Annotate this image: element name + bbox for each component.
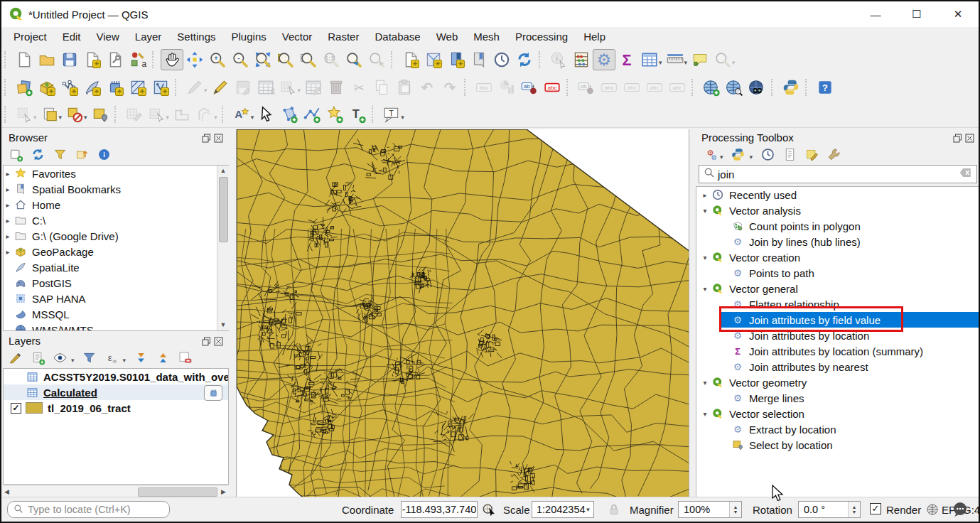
attribute-table-dropdown-icon[interactable]: ▾: [659, 59, 662, 66]
menu-help[interactable]: Help: [576, 28, 613, 45]
processing-toolbox-button[interactable]: ⚙: [593, 49, 615, 70]
algorithm-flatten-relationship[interactable]: ⚙Flatten relationship: [696, 296, 979, 312]
browser-vertical-scrollbar[interactable]: ▲ ▼: [217, 166, 229, 330]
expand-all-button[interactable]: [132, 349, 149, 366]
field-calculator-button[interactable]: [570, 49, 593, 70]
annotation-layer-dropdown-icon[interactable]: ▾: [251, 114, 254, 121]
browser-item-mssql[interactable]: MSSQL: [4, 306, 228, 322]
toolbar-grip[interactable]: [391, 51, 396, 68]
close-button[interactable]: ✕: [937, 1, 979, 27]
browser-item-geopackage[interactable]: ▸GeoPackage: [4, 244, 228, 259]
maximize-button[interactable]: ☐: [896, 1, 937, 27]
refresh-button[interactable]: [513, 49, 536, 70]
scale-dropdown-icon[interactable]: ▼: [586, 507, 591, 513]
zoom-full-extent-button[interactable]: [252, 49, 274, 70]
edit-features-in-place-button[interactable]: [803, 146, 820, 163]
browser-float-icon[interactable]: [202, 133, 211, 142]
new-temporary-scratch-layer-button[interactable]: ✳: [149, 77, 172, 98]
algorithm-join-attributes-by-location[interactable]: ⚙Join attributes by location: [696, 328, 979, 343]
expand-arrow-icon[interactable]: ▸: [4, 170, 12, 178]
toolbar-grip[interactable]: [566, 79, 571, 96]
menu-edit[interactable]: Edit: [55, 28, 89, 45]
toolbar-grip[interactable]: [539, 51, 544, 68]
expand-arrow-icon[interactable]: ▸: [4, 201, 12, 209]
rotation-spin-arrows[interactable]: ▲▼: [848, 502, 860, 517]
open-project-button[interactable]: [36, 49, 58, 70]
new-mesh-layer-button[interactable]: ✳: [126, 77, 149, 98]
new-spatial-bookmark-button[interactable]: ✳: [445, 49, 468, 70]
menu-plugins[interactable]: Plugins: [224, 28, 274, 45]
expand-arrow-icon[interactable]: ▸: [4, 248, 12, 256]
algorithm-vector-creation[interactable]: ▾Vector creation: [696, 249, 979, 265]
offset-curve-dropdown-icon[interactable]: ▾: [214, 114, 217, 121]
zoom-out-button[interactable]: -: [229, 49, 252, 70]
results-viewer-button[interactable]: [781, 146, 798, 163]
algorithm-recently-used[interactable]: ▸Recently used: [696, 187, 979, 203]
toolbar-grip[interactable]: [771, 79, 776, 96]
toolbar-grip[interactable]: [4, 79, 9, 96]
menu-vector[interactable]: Vector: [274, 28, 321, 45]
menu-raster[interactable]: Raster: [320, 28, 367, 45]
pan-map-button[interactable]: [161, 49, 183, 70]
menu-web[interactable]: Web: [429, 28, 466, 45]
processing-float-icon[interactable]: [953, 133, 962, 142]
filter-browser-button[interactable]: [51, 146, 68, 163]
text-annotation-button[interactable]: T: [346, 104, 369, 125]
expand-arrow-icon[interactable]: ▾: [701, 207, 709, 215]
new-project-button[interactable]: [13, 49, 36, 70]
layout-manager-button[interactable]: ✳: [81, 49, 104, 70]
text-box-annotation-button[interactable]: T: [380, 104, 403, 125]
zoom-last-button[interactable]: [343, 49, 365, 70]
layers-close-icon[interactable]: [214, 336, 223, 345]
filter-legend-button[interactable]: [81, 349, 98, 366]
expand-arrow-icon[interactable]: ▸: [701, 191, 709, 199]
algorithm-vector-analysis[interactable]: ▾Vector analysis: [696, 203, 979, 218]
algorithm-vector-general[interactable]: ▾Vector general: [696, 281, 979, 296]
magnifier-spin-arrows[interactable]: ▲▼: [729, 502, 741, 517]
layers-horizontal-scrollbar[interactable]: ◀ ▶: [3, 485, 229, 497]
algorithm-join-attributes-by-field-value[interactable]: ⚙Join attributes by field value: [696, 312, 979, 328]
algorithm-points-to-path[interactable]: ⚙Points to path: [696, 265, 979, 281]
algorithm-join-by-lines-hub-lines[interactable]: ⚙Join by lines (hub lines): [696, 234, 979, 249]
marker-annotation-button[interactable]: [323, 104, 346, 125]
annotation-layer-button[interactable]: A: [230, 104, 253, 125]
line-annotation-button[interactable]: [301, 104, 323, 125]
collapse-all-button[interactable]: [73, 146, 90, 163]
new-spatialite-layer-button[interactable]: ✳: [81, 77, 104, 98]
toolbar-grip[interactable]: [464, 79, 469, 96]
show-spatial-bookmarks-button[interactable]: [468, 49, 490, 70]
toolbar-grip[interactable]: [175, 79, 180, 96]
filter-expression-dropdown-icon[interactable]: ▾: [123, 357, 126, 364]
remove-layer-button[interactable]: [176, 349, 193, 366]
new-geopackage-layer-button[interactable]: ✳: [36, 77, 58, 98]
processing-search-box[interactable]: join: [699, 165, 977, 183]
toolbar-grip[interactable]: [222, 106, 227, 123]
map-canvas[interactable]: [236, 129, 689, 499]
add-selected-layers-button[interactable]: [7, 146, 24, 163]
move-features-dropdown-icon[interactable]: ▾: [166, 114, 170, 121]
toolbar-grip[interactable]: [152, 51, 157, 68]
algorithm-vector-selection[interactable]: ▾Vector selection: [696, 406, 979, 421]
expand-arrow-icon[interactable]: ▾: [701, 285, 709, 293]
browser-item-g-google-drive[interactable]: ▸G:\ (Google Drive): [4, 228, 228, 244]
toolbar-grip[interactable]: [4, 106, 9, 123]
expand-arrow-icon[interactable]: ▸: [4, 217, 12, 225]
deselect-all-button[interactable]: [63, 104, 86, 125]
options-button[interactable]: [825, 146, 842, 163]
expand-arrow-icon[interactable]: ▸: [4, 185, 12, 193]
algorithm-join-attributes-by-location-summary[interactable]: ΣJoin attributes by location (summary): [696, 343, 979, 359]
add-group-button[interactable]: [29, 349, 46, 366]
new-virtual-layer-button[interactable]: ✳: [104, 77, 126, 98]
minimize-button[interactable]: —: [855, 1, 896, 27]
text-box-annotation-dropdown-icon[interactable]: ▾: [401, 114, 404, 121]
memory-layer-indicator-icon[interactable]: [204, 385, 222, 401]
algorithm-extract-by-location[interactable]: ⚙Extract by location: [696, 421, 979, 437]
highlight-pinned-labels-button[interactable]: abc: [541, 77, 564, 98]
toolbar-grip[interactable]: [4, 51, 9, 68]
style-manager-button[interactable]: a: [126, 49, 149, 70]
models-dropdown-icon[interactable]: ▾: [720, 153, 723, 161]
metasearch-button[interactable]: [745, 77, 768, 98]
save-project-button[interactable]: [58, 49, 81, 70]
zoom-to-selection-button[interactable]: [274, 49, 297, 70]
temporal-controller-button[interactable]: [490, 49, 513, 70]
